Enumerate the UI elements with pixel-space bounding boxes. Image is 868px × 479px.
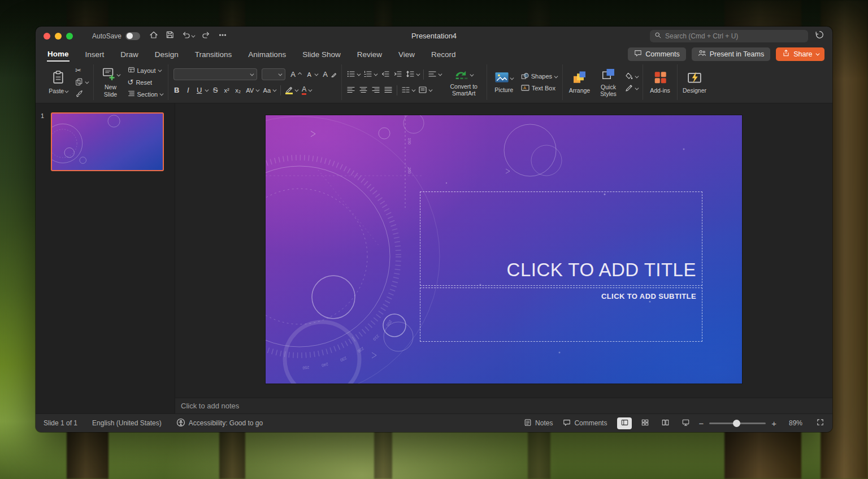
tab-review[interactable]: Review bbox=[357, 47, 383, 62]
columns-button[interactable] bbox=[402, 85, 415, 95]
highlight-pen-icon bbox=[285, 86, 293, 94]
title-placeholder[interactable]: CLICK TO ADD TITLE bbox=[420, 191, 702, 286]
justify-button[interactable] bbox=[384, 85, 392, 95]
paste-label: Paste bbox=[49, 88, 64, 94]
subscript-button[interactable]: x₂ bbox=[235, 87, 241, 94]
decrease-font-size-button[interactable]: A bbox=[306, 71, 318, 78]
section-button[interactable]: Section bbox=[128, 90, 163, 98]
numbering-button[interactable] bbox=[364, 69, 377, 80]
text-box-button[interactable]: A Text Box bbox=[521, 84, 557, 93]
font-name-select[interactable] bbox=[173, 68, 257, 80]
align-right-button[interactable] bbox=[372, 85, 380, 95]
zoom-window-button[interactable] bbox=[66, 33, 73, 40]
save-button[interactable] bbox=[166, 31, 174, 41]
share-button[interactable]: Share bbox=[776, 47, 824, 61]
comments-toggle-button[interactable]: Comments bbox=[563, 419, 607, 428]
reading-view-button[interactable] bbox=[658, 417, 672, 429]
align-center-button[interactable] bbox=[359, 85, 367, 95]
superscript-button[interactable]: x² bbox=[223, 87, 230, 94]
tab-record[interactable]: Record bbox=[431, 47, 457, 62]
tab-animations[interactable]: Animations bbox=[248, 47, 287, 62]
redo-button[interactable] bbox=[202, 31, 211, 42]
reset-button[interactable]: ↺ Reset bbox=[128, 78, 163, 86]
shapes-icon bbox=[521, 72, 529, 81]
font-color-button[interactable]: A bbox=[302, 85, 311, 95]
slides-group: New Slide Layout ↺ Reset Section bbox=[93, 64, 168, 100]
toggle-knob bbox=[127, 33, 133, 39]
format-painter-button[interactable] bbox=[75, 90, 88, 98]
line-spacing-button[interactable] bbox=[406, 69, 419, 80]
share-icon bbox=[782, 49, 790, 59]
search-input[interactable]: Search (Cmd + Ctrl + U) bbox=[650, 30, 808, 42]
zoom-slider[interactable] bbox=[709, 423, 766, 424]
tab-view[interactable]: View bbox=[398, 47, 415, 62]
layout-button[interactable]: Layout bbox=[128, 66, 163, 75]
clear-formatting-button[interactable]: A bbox=[322, 69, 336, 80]
align-text-button[interactable] bbox=[419, 85, 432, 95]
slide-sorter-view-button[interactable] bbox=[637, 417, 652, 429]
undo-button[interactable] bbox=[181, 31, 194, 42]
comments-button[interactable]: Comments bbox=[628, 47, 685, 61]
shapes-button[interactable]: Shapes bbox=[521, 72, 557, 81]
cut-button[interactable]: ✂ bbox=[75, 66, 88, 75]
normal-view-button[interactable] bbox=[617, 417, 632, 429]
underline-button[interactable]: U bbox=[196, 86, 208, 94]
text-box-label: Text Box bbox=[532, 85, 555, 92]
more-commands-button[interactable] bbox=[218, 31, 227, 42]
italic-button[interactable]: I bbox=[185, 86, 192, 94]
copy-button[interactable] bbox=[75, 78, 88, 86]
minimize-button[interactable] bbox=[55, 33, 62, 40]
section-label: Section bbox=[137, 91, 158, 98]
slide-show-button[interactable] bbox=[678, 417, 693, 429]
tab-draw[interactable]: Draw bbox=[120, 47, 139, 62]
bullets-button[interactable] bbox=[347, 69, 360, 80]
new-slide-button[interactable]: New Slide bbox=[99, 67, 123, 97]
fullscreen-button[interactable] bbox=[816, 418, 824, 428]
tab-insert[interactable]: Insert bbox=[85, 47, 105, 62]
increase-indent-button[interactable] bbox=[394, 69, 402, 80]
accessibility-button[interactable]: Accessibility: Good to go bbox=[176, 418, 263, 429]
language-button[interactable]: English (United States) bbox=[92, 419, 162, 427]
slide[interactable]: 190 260 200 210 220 230 240 250 bbox=[266, 115, 742, 384]
save-icon bbox=[166, 31, 174, 41]
autosave-toggle[interactable] bbox=[125, 32, 140, 40]
bold-button[interactable]: B bbox=[173, 86, 180, 94]
text-direction-button[interactable] bbox=[428, 69, 441, 80]
shape-outline-button[interactable] bbox=[626, 84, 638, 93]
present-in-teams-button[interactable]: Present in Teams bbox=[692, 47, 770, 61]
slide-thumbnail[interactable] bbox=[51, 112, 164, 171]
tab-design[interactable]: Design bbox=[154, 47, 179, 62]
text-highlight-button[interactable] bbox=[285, 86, 298, 94]
decrease-indent-button[interactable] bbox=[381, 69, 389, 80]
subtitle-placeholder[interactable]: CLICK TO ADD SUBTITLE bbox=[420, 288, 702, 342]
zoom-out-button[interactable]: − bbox=[698, 419, 704, 428]
close-button[interactable] bbox=[44, 33, 50, 40]
shape-fill-button[interactable] bbox=[626, 72, 638, 81]
titlebar-right: Search (Cmd + Ctrl + U) bbox=[650, 30, 824, 42]
align-left-button[interactable] bbox=[347, 85, 355, 95]
zoom-slider-knob[interactable] bbox=[733, 420, 740, 427]
designer-button[interactable]: Designer bbox=[683, 71, 706, 94]
notes-pane[interactable]: Click to add notes bbox=[175, 398, 832, 413]
zoom-level-button[interactable]: 89% bbox=[789, 419, 802, 427]
change-case-button[interactable]: Aa bbox=[263, 87, 276, 94]
tab-home[interactable]: Home bbox=[47, 47, 70, 62]
arrange-button[interactable]: Arrange bbox=[568, 71, 592, 94]
zoom-in-button[interactable]: + bbox=[771, 419, 776, 428]
picture-button[interactable]: Picture bbox=[492, 71, 516, 93]
divider bbox=[423, 69, 424, 80]
notes-toggle-button[interactable]: Notes bbox=[524, 419, 553, 428]
add-ins-button[interactable]: Add-ins bbox=[648, 71, 672, 94]
convert-to-smartart-button[interactable]: Convert to SmartArt bbox=[446, 68, 481, 97]
tab-slide-show[interactable]: Slide Show bbox=[302, 47, 341, 62]
home-quick-button[interactable] bbox=[149, 31, 158, 42]
font-size-select[interactable] bbox=[262, 68, 285, 80]
paste-button[interactable]: Paste bbox=[46, 70, 70, 94]
increase-font-size-button[interactable]: A bbox=[290, 70, 302, 79]
strikethrough-button[interactable]: S bbox=[212, 86, 219, 94]
quick-styles-button[interactable]: Quick Styles bbox=[597, 67, 620, 97]
chevron-down-icon bbox=[158, 68, 161, 72]
tab-transitions[interactable]: Transitions bbox=[194, 47, 233, 62]
character-spacing-button[interactable]: AV bbox=[246, 87, 258, 94]
presence-sync-button[interactable] bbox=[815, 30, 824, 42]
